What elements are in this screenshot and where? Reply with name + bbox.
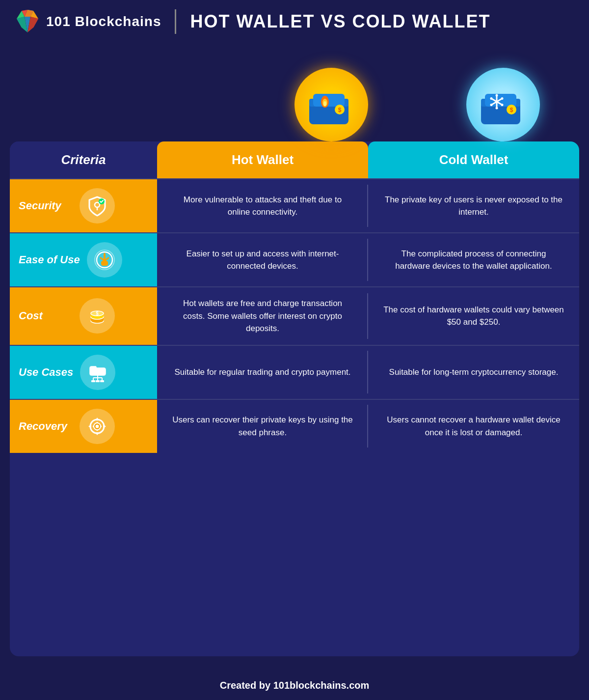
criteria-label-recovery: Recovery [19, 420, 73, 433]
hot-wallet-illustration: $ [304, 80, 358, 129]
cold-wallet-icon-wrap: $ [466, 68, 540, 141]
svg-text:$: $ [96, 311, 99, 316]
cold-cell-ease: The complicated process of connecting ha… [368, 233, 579, 286]
hot-cell-recovery: Users can recover their private keys by … [157, 400, 368, 453]
logo-area: 101 Blockchains [15, 9, 161, 34]
svg-rect-37 [101, 261, 108, 266]
shield-icon [86, 195, 108, 217]
table-row: Use Cases Suitable for regu [10, 345, 579, 399]
svg-point-31 [490, 104, 493, 106]
svg-point-27 [496, 94, 498, 97]
comparison-table: Criteria Hot Wallet Cold Wallet Security… [10, 141, 579, 656]
svg-point-32 [501, 104, 504, 106]
hot-wallet-circle: $ [294, 68, 368, 141]
svg-point-29 [490, 97, 493, 100]
svg-point-30 [501, 97, 504, 100]
hot-cell-usecases: Suitable for regular trading and crypto … [157, 346, 368, 399]
footer-text: Created by 101blockchains.com [220, 680, 370, 691]
header-title: HOT WALLET VS COLD WALLET [190, 11, 490, 32]
table-row: Security More vulnerable to attacks and … [10, 178, 579, 232]
svg-rect-50 [91, 380, 95, 382]
cost-icon-circle: $ [80, 298, 115, 334]
criteria-label-security: Security [19, 199, 73, 212]
table-row: Cost $ Hot wallets are free and charge t… [10, 286, 579, 345]
criteria-label-usecases: Use Cases [19, 366, 73, 379]
svg-point-33 [95, 202, 100, 207]
svg-rect-62 [100, 425, 102, 427]
coins-icon: $ [86, 305, 108, 327]
wallet-icons-row: $ $ [0, 43, 589, 141]
recovery-icon-circle [80, 409, 115, 444]
column-headers: Criteria Hot Wallet Cold Wallet [10, 141, 579, 178]
criteria-cell-cost: Cost $ [10, 287, 157, 345]
logo-text: 101 Blockchains [46, 14, 161, 29]
hot-wallet-header: Hot Wallet [157, 141, 368, 178]
svg-rect-60 [97, 429, 98, 431]
cold-wallet-header: Cold Wallet [368, 141, 579, 178]
recycle-gear-icon [86, 416, 108, 437]
cold-cell-usecases: Suitable for long-term cryptocurrency st… [368, 346, 579, 399]
criteria-cell-ease: Ease of Use [10, 233, 157, 286]
footer: Created by 101blockchains.com [0, 666, 589, 700]
cold-cell-security: The private key of users is never expose… [368, 179, 579, 232]
svg-text:$: $ [338, 107, 342, 113]
hot-cell-cost: Hot wallets are free and charge transact… [157, 287, 368, 345]
criteria-label-cost: Cost [19, 309, 73, 322]
cold-cell-cost: The cost of hardware wallets could vary … [368, 287, 579, 345]
table-row: Ease of Use Easier to set up and access … [10, 232, 579, 286]
hot-wallet-icon-wrap: $ [294, 68, 368, 141]
security-icon-circle [80, 188, 115, 224]
cold-cell-recovery: Users cannot recover a hardware wallet d… [368, 400, 579, 453]
cold-wallet-circle: $ [466, 68, 540, 141]
svg-point-58 [96, 424, 99, 428]
table-row: Recovery [10, 399, 579, 453]
usecases-icon-circle [80, 355, 115, 390]
svg-text:$: $ [510, 107, 513, 113]
criteria-cell-security: Security [10, 179, 157, 232]
header-divider [175, 9, 176, 34]
hand-touch-icon [94, 249, 115, 271]
svg-rect-59 [97, 422, 98, 423]
header: 101 Blockchains HOT WALLET VS COLD WALLE… [0, 0, 589, 43]
svg-point-18 [323, 101, 326, 106]
hot-cell-security: More vulnerable to attacks and theft due… [157, 179, 368, 232]
svg-point-28 [496, 107, 498, 110]
logo-icon [15, 9, 40, 34]
criteria-cell-usecases: Use Cases [10, 346, 157, 399]
ease-icon-circle [87, 242, 122, 278]
folder-network-icon [87, 362, 108, 383]
svg-rect-61 [93, 425, 94, 427]
criteria-header: Criteria [10, 141, 157, 178]
svg-rect-52 [100, 380, 104, 382]
criteria-label-ease: Ease of Use [19, 253, 80, 266]
svg-rect-51 [96, 380, 100, 382]
cold-wallet-illustration: $ [476, 80, 530, 129]
hot-cell-ease: Easier to set up and access with interne… [157, 233, 368, 286]
criteria-cell-recovery: Recovery [10, 400, 157, 453]
